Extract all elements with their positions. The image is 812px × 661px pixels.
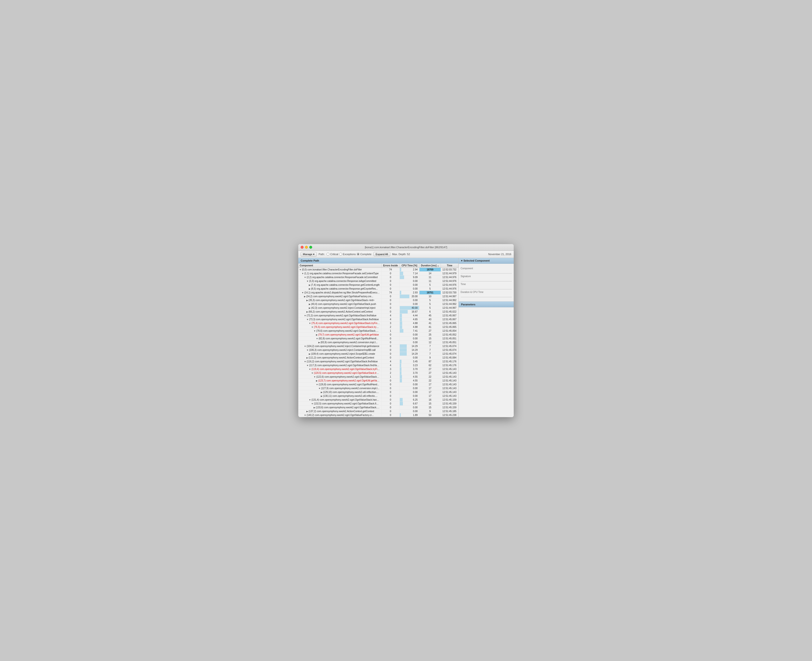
table-row[interactable]: ▼(122,6) com.opensymphony.xwork2.ognl.Og… (298, 375, 459, 378)
expand-icon[interactable]: ▶ (309, 353, 310, 355)
col-cpu[interactable]: CPU Time [%] (400, 263, 419, 268)
table-row[interactable]: ▼(3,3) org.apache.catalina.connector.Res… (298, 279, 459, 283)
expand-icon[interactable]: ▼ (311, 372, 313, 374)
expand-icon[interactable]: ▼ (311, 326, 313, 328)
critical-radio[interactable] (326, 253, 329, 255)
expand-icon[interactable]: ▶ (309, 284, 310, 286)
expand-all-button[interactable]: Expand All (374, 252, 390, 256)
table-row[interactable]: ▼(72,2) com.opensymphony.xwork2.ognl.Ogn… (298, 313, 459, 317)
table-row[interactable]: ▶(79,7) com.opensymphony.xwork2.ognl.Ogn… (298, 333, 459, 337)
col-duration[interactable]: Duration [ms] ▲ (419, 263, 441, 268)
table-row[interactable]: ▼(104,2) com.opensymphony.xwork2.inject.… (298, 344, 459, 348)
table-row[interactable]: ▶(7,4) org.apache.catalina.connector.Res… (298, 283, 459, 287)
expand-icon[interactable]: ▼ (309, 368, 311, 370)
component-cell: ▼(2,2) org.apache.catalina.connector.Res… (298, 275, 381, 279)
expand-icon[interactable]: ▼ (302, 272, 304, 275)
errors-cell: 0 (381, 386, 400, 390)
table-container[interactable]: Component Errors Inside CPU Time [%] Dur… (298, 263, 459, 417)
expand-icon[interactable]: ▶ (313, 406, 315, 409)
table-row[interactable]: ▼(120,5) com.opensymphony.xwork2.ognl.Og… (298, 371, 459, 375)
expand-icon[interactable]: ▼ (304, 276, 306, 279)
table-row[interactable]: ▶(109,4) com.opensymphony.xwork2.inject.… (298, 352, 459, 356)
expand-icon[interactable]: ▼ (307, 318, 308, 321)
expand-icon[interactable]: ▶ (307, 311, 308, 313)
duration-cell: 15 (419, 337, 441, 340)
table-row[interactable]: ▶(40,4) com.opensymphony.xwork2.ognl.Ogn… (298, 302, 459, 306)
expand-icon[interactable]: ▶ (321, 395, 323, 397)
expand-icon[interactable]: ▼ (302, 292, 304, 294)
table-row[interactable]: ▶(111,2) com.opensymphony.xwork2.ActionC… (298, 356, 459, 359)
expand-icon[interactable]: ▼ (304, 361, 306, 363)
expand-icon[interactable]: ▶ (307, 410, 308, 413)
expand-icon[interactable]: ▼ (309, 399, 311, 401)
col-time[interactable]: Time (441, 263, 459, 268)
expand-icon[interactable]: ▼ (311, 402, 313, 405)
expand-icon[interactable]: ▶ (309, 307, 310, 309)
table-row[interactable]: ▼(126,8) com.opensymphony.xwork2.ognl.Og… (298, 382, 459, 386)
expand-icon[interactable]: ▶ (316, 380, 318, 382)
expand-icon[interactable]: ▶ (307, 299, 308, 302)
expand-icon[interactable]: ▼ (313, 376, 316, 378)
complete-radio[interactable] (357, 253, 360, 255)
table-row[interactable]: ▶(83,9) com.opensymphony.xwork2.conversi… (298, 340, 459, 344)
expand-icon[interactable]: ▶ (309, 303, 310, 305)
table-row[interactable]: ▶(133,6) com.opensymphony.xwork2.ognl.Og… (298, 406, 459, 409)
table-row[interactable]: ▼(131,4) com.opensymphony.xwork2.ognl.Og… (298, 398, 459, 402)
table-row[interactable]: ▶(34,2) com.opensymphony.xwork2.ognl.Ogn… (298, 294, 459, 298)
table-row[interactable]: ▶(66,2) com.opensymphony.xwork2.ActionCo… (298, 310, 459, 313)
expand-icon[interactable]: ▼ (307, 364, 308, 367)
expand-icon[interactable]: ▶ (318, 341, 320, 344)
table-row[interactable]: ▼(1,1) org.apache.catalina.connector.Res… (298, 271, 459, 275)
expand-icon[interactable]: ▶ (309, 287, 310, 290)
expand-icon[interactable]: ▶ (307, 357, 308, 359)
table-row[interactable]: ▶(123,7) com.opensymphony.xwork2.ognl.Og… (298, 378, 459, 382)
component-name: (35,3) com.opensymphony.xwork2.ognl.Ognl… (308, 299, 374, 302)
table-row[interactable]: ▼(119,4) com.opensymphony.xwork2.ognl.Og… (298, 367, 459, 371)
component-cell: ▼(120,5) com.opensymphony.xwork2.ognl.Og… (298, 371, 381, 375)
table-row[interactable]: ▼(14,1) org.apache.struts2.dispatcher.ng… (298, 291, 459, 294)
expand-icon[interactable]: ▼ (309, 322, 311, 324)
expand-icon[interactable]: ▼ (318, 387, 321, 390)
table-row[interactable]: ▶(42,3) com.opensymphony.xwork2.inject.C… (298, 306, 459, 310)
table-row[interactable]: ▼(132,5) com.opensymphony.xwork2.ognl.Og… (298, 402, 459, 406)
table-row[interactable]: ▼(82,8) com.opensymphony.xwork2.ognl.Ogn… (298, 337, 459, 340)
table-row[interactable]: ▼(78,6) com.opensymphony.xwork2.ognl.Ogn… (298, 329, 459, 333)
table-row[interactable]: ▼(75,4) com.opensymphony.xwork2.ognl.Ogn… (298, 321, 459, 325)
minimize-button[interactable] (305, 246, 308, 249)
expand-icon[interactable]: ▼ (304, 345, 306, 348)
expand-icon[interactable]: ▼ (313, 330, 316, 332)
complete-option[interactable]: Complete (357, 253, 371, 255)
table-row[interactable]: ▼(116,2) com.opensymphony.xwork2.ognl.Og… (298, 359, 459, 363)
expand-icon[interactable]: ▼ (316, 383, 318, 386)
table-row[interactable]: ▶(35,3) com.opensymphony.xwork2.ognl.Ogn… (298, 298, 459, 302)
expand-icon[interactable]: ▶ (304, 295, 306, 298)
table-row[interactable]: ▶(137,2) com.opensymphony.xwork2.ActionC… (298, 409, 459, 413)
expand-icon[interactable]: ▶ (321, 391, 323, 393)
close-button[interactable] (301, 246, 304, 249)
component-cell: ▼(140,2) com.opensymphony.xwork2.ognl.Og… (298, 413, 381, 417)
expand-icon[interactable]: ▶ (316, 334, 318, 336)
col-errors[interactable]: Errors Inside (381, 263, 400, 268)
expand-icon[interactable]: ▼ (316, 337, 318, 340)
table-row[interactable]: ▼(76,5) com.opensymphony.xwork2.ognl.Ogn… (298, 325, 459, 329)
table-row[interactable]: ▶(8,5) org.apache.catalina.connector.Res… (298, 287, 459, 291)
table-row[interactable]: ▶(130,11) com.opensymphony.xwork2.util.r… (298, 394, 459, 398)
expand-icon[interactable]: ▼ (299, 268, 301, 271)
manage-button[interactable]: Manage ▾ (301, 252, 317, 257)
expand-icon[interactable]: ▼ (304, 315, 306, 317)
table-row[interactable]: ▼(140,2) com.opensymphony.xwork2.ognl.Og… (298, 413, 459, 417)
critical-option[interactable]: Critical (326, 253, 338, 255)
expand-icon[interactable]: ▼ (307, 280, 308, 283)
table-row[interactable]: ▼(73,3) com.opensymphony.xwork2.ognl.Ogn… (298, 317, 459, 321)
exceptions-radio[interactable] (339, 253, 342, 255)
table-row[interactable]: ▼(127,9) com.opensymphony.xwork2.convers… (298, 386, 459, 390)
table-row[interactable]: ▼(106,3) com.opensymphony.xwork2.inject.… (298, 348, 459, 352)
exceptions-option[interactable]: Exceptions (339, 253, 356, 255)
fullscreen-button[interactable] (309, 246, 312, 249)
expand-icon[interactable]: ▼ (304, 414, 306, 417)
table-row[interactable]: ▼(117,3) com.opensymphony.xwork2.ognl.Og… (298, 363, 459, 367)
table-row[interactable]: ▼(2,2) org.apache.catalina.connector.Res… (298, 275, 459, 279)
table-row[interactable]: ▼(0,0) com.konakart.filter.CharacterEnco… (298, 268, 459, 271)
table-row[interactable]: ▶(129,10) com.opensymphony.xwork2.util.r… (298, 390, 459, 394)
expand-icon[interactable]: ▼ (307, 349, 308, 351)
